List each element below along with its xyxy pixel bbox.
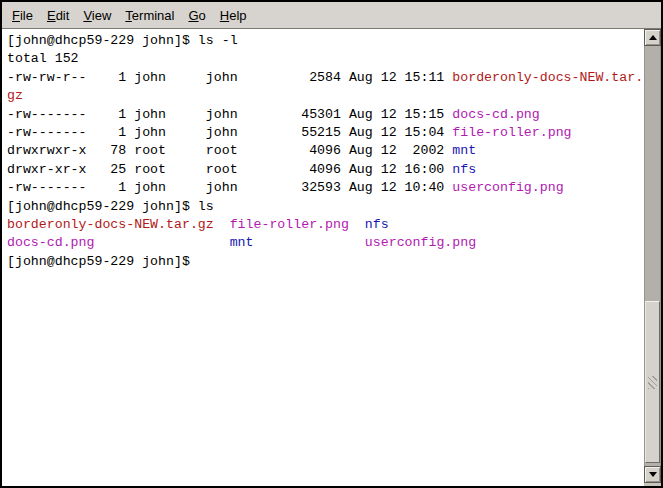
terminal-text-segment: -rw------- 1 john john 55215 Aug 12 15:0… bbox=[7, 125, 452, 140]
menu-item-terminal[interactable]: Terminal bbox=[118, 4, 181, 27]
terminal-line: [john@dhcp59-229 john]$ bbox=[7, 253, 644, 271]
terminal-line: -rw-rw-r-- 1 john john 2584 Aug 12 15:11… bbox=[7, 69, 644, 87]
terminal-line: total 152 bbox=[7, 50, 644, 68]
terminal-text-segment: nfs bbox=[365, 217, 389, 232]
terminal-text-segment: nfs bbox=[452, 162, 476, 177]
menu-accelerator: E bbox=[47, 8, 56, 23]
terminal-text-segment: total 152 bbox=[7, 51, 79, 66]
scroll-down-button[interactable] bbox=[644, 466, 661, 483]
scrollbar-grip-icon bbox=[648, 376, 657, 389]
terminal-line: [john@dhcp59-229 john]$ ls -l bbox=[7, 32, 644, 50]
scrollbar-thumb[interactable] bbox=[645, 301, 660, 463]
terminal-text-segment: -rw------- 1 john john 45301 Aug 12 15:1… bbox=[7, 107, 452, 122]
terminal-line: docs-cd.png mnt userconfig.png bbox=[7, 234, 644, 252]
menu-accelerator: G bbox=[188, 8, 198, 23]
terminal-main-area: [john@dhcp59-229 john]$ ls -ltotal 152-r… bbox=[2, 29, 661, 486]
terminal-text-segment bbox=[254, 235, 365, 250]
terminal-line: -rw------- 1 john john 55215 Aug 12 15:0… bbox=[7, 124, 644, 142]
menu-item-go[interactable]: Go bbox=[181, 4, 212, 27]
terminal-text-segment: mnt bbox=[230, 235, 254, 250]
terminal-line: [john@dhcp59-229 john]$ ls bbox=[7, 198, 644, 216]
terminal-window: FileEditViewTerminalGoHelp [john@dhcp59-… bbox=[0, 0, 663, 488]
terminal-line: gz bbox=[7, 87, 644, 105]
terminal-text-segment: [john@dhcp59-229 john]$ ls bbox=[7, 199, 214, 214]
menu-accelerator: H bbox=[220, 8, 229, 23]
terminal-text-segment: userconfig.png bbox=[452, 180, 563, 195]
terminal-text-segment: mnt bbox=[452, 143, 476, 158]
terminal-output: [john@dhcp59-229 john]$ ls -ltotal 152-r… bbox=[7, 32, 644, 271]
terminal-text-segment: file-roller.png bbox=[452, 125, 571, 140]
terminal-text-segment: borderonly-docs-NEW.tar.gz bbox=[7, 217, 214, 232]
terminal-text-segment: [john@dhcp59-229 john]$ ls -l bbox=[7, 33, 238, 48]
terminal-line: drwxr-xr-x 25 root root 4096 Aug 12 16:0… bbox=[7, 161, 644, 179]
terminal-text-segment: drwxr-xr-x 25 root root 4096 Aug 12 16:0… bbox=[7, 162, 452, 177]
menu-bar: FileEditViewTerminalGoHelp bbox=[2, 2, 661, 29]
menu-item-help[interactable]: Help bbox=[213, 4, 254, 27]
scrollbar-trough[interactable] bbox=[644, 46, 661, 466]
menu-item-view[interactable]: View bbox=[76, 4, 118, 27]
terminal-text-segment bbox=[214, 217, 230, 232]
terminal-text-segment: file-roller.png bbox=[230, 217, 349, 232]
terminal-text-segment bbox=[349, 217, 365, 232]
scroll-up-icon bbox=[649, 35, 657, 40]
terminal-screen[interactable]: [john@dhcp59-229 john]$ ls -ltotal 152-r… bbox=[2, 29, 644, 486]
terminal-text-segment: -rw-rw-r-- 1 john john 2584 Aug 12 15:11 bbox=[7, 70, 452, 85]
terminal-text-segment: docs-cd.png bbox=[452, 107, 539, 122]
terminal-text-segment: -rw------- 1 john john 32593 Aug 12 10:4… bbox=[7, 180, 452, 195]
scrollbar[interactable] bbox=[644, 29, 661, 486]
terminal-text-segment: userconfig.png bbox=[365, 235, 476, 250]
terminal-line: drwxrwxr-x 78 root root 4096 Aug 12 2002… bbox=[7, 142, 644, 160]
menu-accelerator: T bbox=[125, 8, 132, 23]
menu-item-edit[interactable]: Edit bbox=[40, 4, 76, 27]
terminal-text-segment: drwxrwxr-x 78 root root 4096 Aug 12 2002 bbox=[7, 143, 452, 158]
scroll-up-button[interactable] bbox=[644, 29, 661, 46]
menu-accelerator: F bbox=[12, 8, 20, 23]
terminal-text-segment: borderonly-docs-NEW.tar. bbox=[452, 70, 643, 85]
menu-item-file[interactable]: File bbox=[5, 4, 40, 27]
terminal-text-segment: [john@dhcp59-229 john]$ bbox=[7, 254, 198, 269]
terminal-line: -rw------- 1 john john 45301 Aug 12 15:1… bbox=[7, 106, 644, 124]
terminal-line: -rw------- 1 john john 32593 Aug 12 10:4… bbox=[7, 179, 644, 197]
terminal-text-segment: gz bbox=[7, 88, 23, 103]
scroll-down-icon bbox=[649, 472, 657, 477]
terminal-text-segment: docs-cd.png bbox=[7, 235, 94, 250]
menu-accelerator: V bbox=[83, 8, 91, 23]
terminal-line: borderonly-docs-NEW.tar.gz file-roller.p… bbox=[7, 216, 644, 234]
terminal-text-segment bbox=[94, 235, 229, 250]
